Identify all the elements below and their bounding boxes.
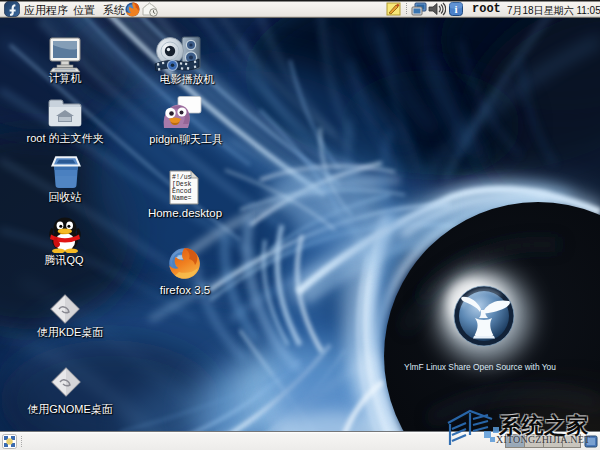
svg-text:i: i	[454, 3, 457, 15]
svg-text:Name=: Name=	[172, 195, 192, 202]
svg-text:[Desk: [Desk	[172, 181, 192, 188]
svg-text:YlmF Linux Share Open Source w: YlmF Linux Share Open Source with You	[404, 362, 556, 372]
svg-text:Encod: Encod	[172, 188, 192, 195]
svg-text:#!/us: #!/us	[172, 174, 192, 181]
